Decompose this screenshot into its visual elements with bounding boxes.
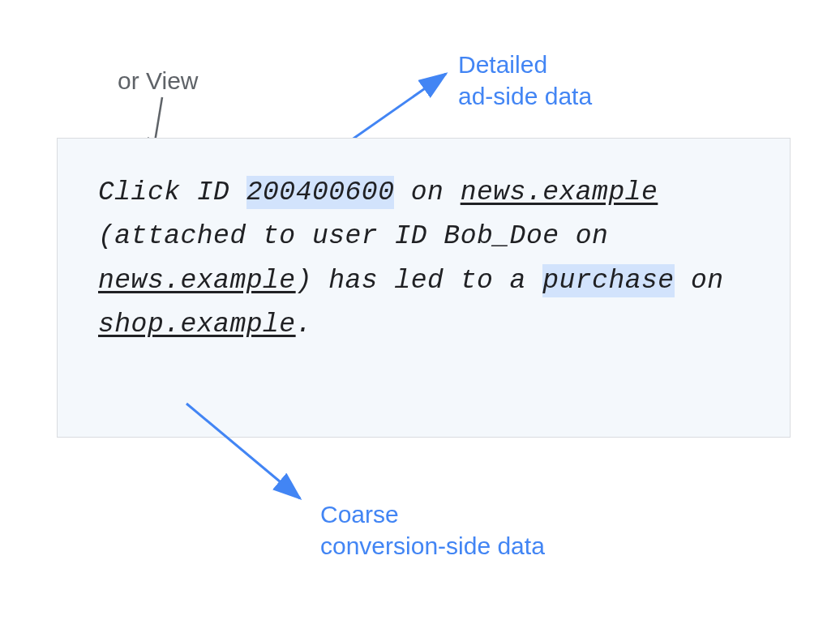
- text-part-4: ) has led to a: [296, 266, 543, 296]
- annotation-coarse-line1: Coarse: [320, 501, 399, 528]
- annotation-detailed-line2: ad-side data: [458, 83, 592, 109]
- content-box: Click ID 200400600 on news.example (atta…: [57, 138, 791, 438]
- annotation-or-view: or View: [118, 65, 199, 96]
- text-part-2: on: [394, 177, 460, 207]
- highlight-click-id: 200400600: [246, 176, 395, 209]
- domain-news-2: news.example: [98, 266, 296, 296]
- annotation-detailed-line1: Detailed: [458, 51, 547, 78]
- annotation-coarse: Coarse conversion-side data: [320, 498, 545, 562]
- domain-news-1: news.example: [461, 177, 658, 207]
- domain-shop: shop.example: [98, 310, 296, 340]
- highlight-purchase: purchase: [542, 264, 674, 297]
- content-text: Click ID 200400600 on news.example (atta…: [98, 171, 749, 348]
- text-part-3: (attached to user ID Bob_Doe on: [98, 221, 608, 251]
- text-part-1: Click ID: [98, 177, 246, 207]
- annotation-coarse-line2: conversion-side data: [320, 532, 545, 559]
- annotation-detailed: Detailed ad-side data: [458, 49, 592, 112]
- text-part-5: on: [675, 266, 724, 296]
- text-part-6: .: [296, 310, 312, 340]
